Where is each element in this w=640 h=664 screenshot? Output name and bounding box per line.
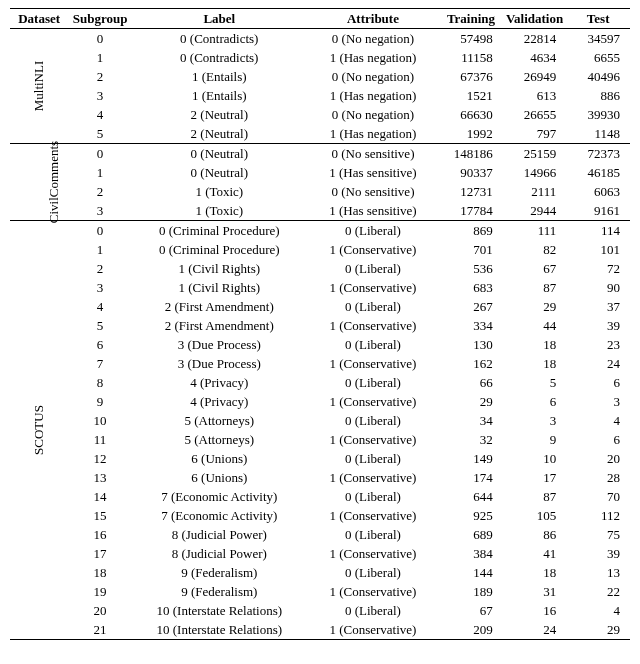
cell-subgroup: 6 [68, 335, 132, 354]
cell-test: 24 [566, 354, 630, 373]
cell-training: 29 [439, 392, 503, 411]
cell-label: 0 (Criminal Procedure) [132, 221, 307, 241]
cell-subgroup: 16 [68, 525, 132, 544]
cell-test: 39 [566, 316, 630, 335]
cell-attribute: 1 (Conservative) [307, 316, 439, 335]
cell-label: 5 (Attorneys) [132, 430, 307, 449]
col-validation: Validation [503, 9, 567, 29]
table-row: 105 (Attorneys)0 (Liberal)3434 [10, 411, 630, 430]
cell-test: 39930 [566, 105, 630, 124]
table-row: SCOTUS00 (Criminal Procedure)0 (Liberal)… [10, 221, 630, 241]
cell-validation: 87 [503, 487, 567, 506]
cell-test: 1148 [566, 124, 630, 144]
cell-subgroup: 0 [68, 29, 132, 49]
cell-training: 925 [439, 506, 503, 525]
table-row: 42 (Neutral)0 (No negation)6663026655399… [10, 105, 630, 124]
cell-training: 683 [439, 278, 503, 297]
cell-label: 4 (Privacy) [132, 392, 307, 411]
table-row: 21 (Civil Rights)0 (Liberal)5366772 [10, 259, 630, 278]
cell-validation: 18 [503, 563, 567, 582]
cell-validation: 41 [503, 544, 567, 563]
table-row: 199 (Federalism)1 (Conservative)1893122 [10, 582, 630, 601]
cell-attribute: 1 (Conservative) [307, 468, 439, 487]
cell-subgroup: 2 [68, 182, 132, 201]
cell-validation: 44 [503, 316, 567, 335]
cell-attribute: 0 (Liberal) [307, 601, 439, 620]
cell-attribute: 0 (Liberal) [307, 525, 439, 544]
table-row: 10 (Neutral)1 (Has sensitive)90337149664… [10, 163, 630, 182]
cell-attribute: 1 (Conservative) [307, 392, 439, 411]
cell-attribute: 1 (Has sensitive) [307, 163, 439, 182]
cell-subgroup: 5 [68, 316, 132, 335]
cell-validation: 18 [503, 335, 567, 354]
cell-label: 2 (First Amendment) [132, 316, 307, 335]
cell-attribute: 1 (Conservative) [307, 430, 439, 449]
cell-attribute: 0 (No sensitive) [307, 144, 439, 164]
cell-attribute: 1 (Conservative) [307, 544, 439, 563]
cell-validation: 16 [503, 601, 567, 620]
cell-validation: 2944 [503, 201, 567, 221]
table-row: 52 (First Amendment)1 (Conservative)3344… [10, 316, 630, 335]
cell-training: 162 [439, 354, 503, 373]
cell-validation: 18 [503, 354, 567, 373]
cell-label: 7 (Economic Activity) [132, 487, 307, 506]
cell-validation: 82 [503, 240, 567, 259]
table-row: MultiNLI00 (Contradicts)0 (No negation)5… [10, 29, 630, 49]
cell-label: 8 (Judicial Power) [132, 544, 307, 563]
cell-label: 10 (Interstate Relations) [132, 601, 307, 620]
cell-test: 6063 [566, 182, 630, 201]
table-row: 31 (Entails)1 (Has negation)1521613886 [10, 86, 630, 105]
cell-training: 536 [439, 259, 503, 278]
cell-test: 6655 [566, 48, 630, 67]
cell-label: 0 (Criminal Procedure) [132, 240, 307, 259]
cell-test: 9161 [566, 201, 630, 221]
cell-subgroup: 15 [68, 506, 132, 525]
cell-label: 0 (Neutral) [132, 144, 307, 164]
cell-training: 174 [439, 468, 503, 487]
cell-test: 72373 [566, 144, 630, 164]
cell-attribute: 0 (Liberal) [307, 449, 439, 468]
cell-subgroup: 14 [68, 487, 132, 506]
dataset-cell: MultiNLI [10, 29, 68, 144]
cell-validation: 86 [503, 525, 567, 544]
cell-test: 39 [566, 544, 630, 563]
cell-attribute: 1 (Has sensitive) [307, 201, 439, 221]
cell-label: 8 (Judicial Power) [132, 525, 307, 544]
table-row: 42 (First Amendment)0 (Liberal)2672937 [10, 297, 630, 316]
cell-attribute: 1 (Conservative) [307, 240, 439, 259]
cell-subgroup: 2 [68, 259, 132, 278]
cell-training: 130 [439, 335, 503, 354]
cell-training: 209 [439, 620, 503, 640]
cell-attribute: 1 (Conservative) [307, 278, 439, 297]
col-training: Training [439, 9, 503, 29]
dataset-label: MultiNLI [31, 61, 47, 112]
cell-subgroup: 3 [68, 201, 132, 221]
cell-label: 6 (Unions) [132, 468, 307, 487]
cell-training: 12731 [439, 182, 503, 201]
cell-label: 6 (Unions) [132, 449, 307, 468]
cell-subgroup: 10 [68, 411, 132, 430]
cell-training: 32 [439, 430, 503, 449]
table-row: 126 (Unions)0 (Liberal)1491020 [10, 449, 630, 468]
cell-subgroup: 1 [68, 163, 132, 182]
cell-test: 90 [566, 278, 630, 297]
cell-training: 66630 [439, 105, 503, 124]
cell-attribute: 1 (Has negation) [307, 86, 439, 105]
cell-label: 1 (Entails) [132, 86, 307, 105]
cell-validation: 14966 [503, 163, 567, 182]
cell-training: 17784 [439, 201, 503, 221]
cell-training: 66 [439, 373, 503, 392]
dataset-cell: CivilComments [10, 144, 68, 221]
cell-label: 1 (Civil Rights) [132, 278, 307, 297]
cell-subgroup: 4 [68, 105, 132, 124]
cell-training: 148186 [439, 144, 503, 164]
cell-attribute: 0 (No negation) [307, 105, 439, 124]
cell-subgroup: 0 [68, 144, 132, 164]
table-row: 63 (Due Process)0 (Liberal)1301823 [10, 335, 630, 354]
cell-training: 1992 [439, 124, 503, 144]
table-row: 31 (Toxic)1 (Has sensitive)1778429449161 [10, 201, 630, 221]
cell-subgroup: 13 [68, 468, 132, 487]
cell-attribute: 0 (Liberal) [307, 297, 439, 316]
cell-label: 3 (Due Process) [132, 354, 307, 373]
cell-test: 3 [566, 392, 630, 411]
